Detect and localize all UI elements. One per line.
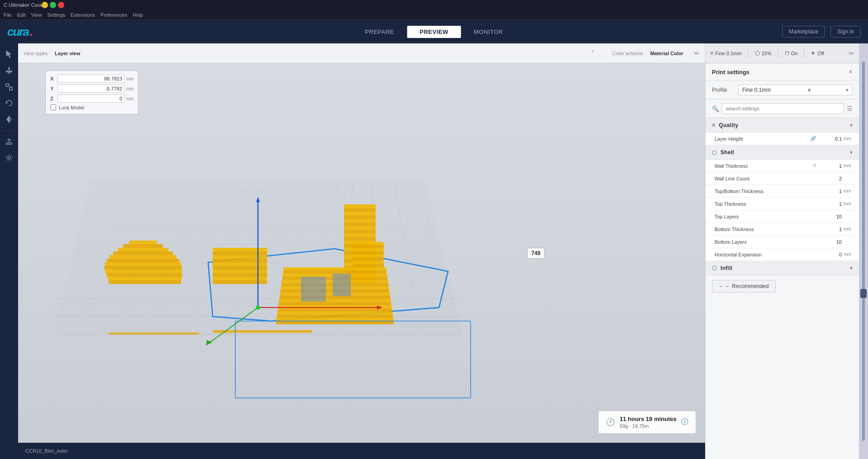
shell-chevron-icon[interactable]: ▾ bbox=[850, 149, 853, 156]
svg-rect-63 bbox=[344, 270, 376, 273]
svg-rect-41 bbox=[105, 270, 182, 273]
lock-model-checkbox[interactable] bbox=[50, 104, 56, 110]
tool-select[interactable] bbox=[2, 47, 16, 62]
svg-point-13 bbox=[8, 156, 10, 159]
svg-line-29 bbox=[217, 181, 312, 335]
tool-scale[interactable] bbox=[2, 80, 16, 94]
color-scheme-value[interactable]: Material Color bbox=[650, 51, 683, 56]
wall-thickness-reset-icon[interactable]: ↺ bbox=[812, 163, 816, 169]
nav-monitor[interactable]: MONITOR bbox=[461, 26, 516, 38]
adhesion-icon: ✦ bbox=[811, 50, 816, 57]
titlebar-controls bbox=[42, 2, 64, 8]
layer-height-link-icon[interactable]: 🔗 bbox=[810, 136, 816, 142]
stb-adhesion[interactable]: ✦ Off bbox=[811, 50, 824, 57]
svg-point-118 bbox=[256, 305, 260, 310]
svg-rect-55 bbox=[213, 262, 267, 266]
stb-infill[interactable]: ⬡ 15% bbox=[755, 50, 772, 57]
quality-section-header[interactable]: ≡ Quality ▾ bbox=[706, 118, 859, 132]
tool-mirror[interactable] bbox=[2, 112, 16, 127]
svg-marker-8 bbox=[9, 117, 11, 122]
marketplace-button[interactable]: Marketplace bbox=[782, 26, 825, 38]
coord-y-unit: mm bbox=[126, 86, 134, 91]
view-types-value[interactable]: Layer view bbox=[55, 51, 80, 56]
layer-height-row: Layer Height 🔗 0.1 mm bbox=[706, 132, 859, 145]
tool-settings[interactable] bbox=[2, 151, 16, 165]
viewport-canvas bbox=[18, 63, 705, 443]
top-layers-row: Top Layers 10 bbox=[706, 210, 859, 223]
layer-slider[interactable] bbox=[859, 43, 868, 459]
wall-line-count-row: Wall Line Count 2 bbox=[706, 172, 859, 185]
stb-support[interactable]: ⊓ On bbox=[785, 50, 798, 57]
recommended-button[interactable]: ← ← Recommended bbox=[712, 280, 776, 293]
svg-rect-38 bbox=[109, 280, 181, 284]
stb-infill-label: 15% bbox=[762, 51, 772, 56]
menu-preferences[interactable]: Preferences bbox=[100, 12, 127, 18]
infill-section-header[interactable]: ⬡ Infill ▾ bbox=[706, 261, 859, 275]
menu-settings[interactable]: Settings bbox=[47, 12, 65, 18]
status-filename: CCR10_Bloc_exter bbox=[25, 448, 68, 454]
maximize-button[interactable] bbox=[50, 2, 56, 8]
quality-section-title: Quality bbox=[719, 122, 846, 128]
profile-chevron-icon[interactable]: ▾ bbox=[846, 87, 849, 93]
shell-section-header[interactable]: ◻ Shell ▾ bbox=[706, 145, 859, 160]
quality-chevron-icon[interactable]: ▾ bbox=[850, 122, 853, 128]
tool-rotate[interactable] bbox=[2, 96, 16, 110]
signin-button[interactable]: Sign in bbox=[830, 26, 861, 38]
svg-rect-105 bbox=[353, 248, 384, 251]
search-menu-icon[interactable]: ☰ bbox=[847, 105, 853, 112]
menu-extensions[interactable]: Extensions bbox=[71, 12, 95, 18]
svg-rect-111 bbox=[109, 332, 199, 335]
svg-rect-49 bbox=[129, 241, 157, 244]
settings-edit-icon[interactable]: ✏ bbox=[849, 50, 854, 57]
menu-view[interactable]: View bbox=[31, 12, 42, 18]
svg-rect-44 bbox=[107, 259, 179, 262]
svg-rect-82 bbox=[276, 321, 394, 324]
menu-edit[interactable]: Edit bbox=[17, 12, 26, 18]
print-settings-title: Print settings bbox=[712, 69, 749, 76]
coord-z-input[interactable] bbox=[57, 95, 124, 103]
slider-thumb[interactable] bbox=[860, 289, 867, 298]
slider-track[interactable] bbox=[862, 62, 865, 441]
coord-y-input[interactable] bbox=[57, 85, 124, 93]
svg-rect-81 bbox=[344, 204, 376, 208]
print-settings-close[interactable]: × bbox=[849, 68, 853, 76]
tool-support[interactable] bbox=[2, 134, 16, 149]
search-input[interactable] bbox=[722, 103, 844, 114]
menu-help[interactable]: Help bbox=[133, 12, 143, 18]
right-panel: ≡ Fine 0.1mm ⬡ 15% ⊓ On ✦ Off ✏ bbox=[705, 43, 859, 459]
coord-x-input[interactable] bbox=[57, 75, 124, 83]
search-icon: 🔍 bbox=[712, 105, 719, 112]
svg-rect-46 bbox=[113, 251, 173, 255]
print-time-overlay: 🕐 11 hours 19 minutes 59g · 19.75m ⓘ bbox=[598, 411, 696, 434]
svg-rect-100 bbox=[353, 264, 384, 267]
3d-viewport[interactable]: X mm Y mm Z mm Lock Model bbox=[18, 63, 705, 443]
print-info-icon[interactable]: ⓘ bbox=[681, 417, 688, 427]
coord-y-label: Y bbox=[50, 86, 57, 91]
svg-rect-45 bbox=[110, 255, 176, 259]
nav-center: PREPARE PREVIEW MONITOR bbox=[353, 26, 516, 38]
nav-preview[interactable]: PREVIEW bbox=[407, 26, 461, 38]
stb-divider-3 bbox=[804, 49, 804, 58]
nav-prepare[interactable]: PREPARE bbox=[353, 26, 407, 38]
view-types-collapse[interactable]: ˂ bbox=[591, 50, 594, 57]
statusbar: CCR10_Bloc_exter bbox=[18, 443, 705, 459]
menu-file[interactable]: File bbox=[4, 12, 12, 18]
infill-section-icon: ⬡ bbox=[712, 265, 717, 271]
svg-line-116 bbox=[208, 308, 258, 344]
minimize-button[interactable] bbox=[42, 2, 48, 8]
viewport-edit-icon[interactable]: ✏ bbox=[694, 50, 700, 57]
layer-height-label: Layer Height bbox=[715, 136, 810, 142]
tool-move[interactable] bbox=[2, 63, 16, 78]
lock-model-label[interactable]: Lock Model bbox=[59, 105, 84, 110]
close-button[interactable] bbox=[58, 2, 64, 8]
svg-rect-39 bbox=[108, 277, 181, 280]
logo-text: cura bbox=[7, 25, 29, 39]
profile-select[interactable]: Fine 0.1mm ★ ▾ bbox=[738, 85, 853, 95]
svg-rect-72 bbox=[344, 237, 376, 241]
svg-rect-107 bbox=[353, 242, 384, 245]
infill-chevron-icon[interactable]: ▾ bbox=[850, 265, 853, 271]
profile-star-icon[interactable]: ★ bbox=[807, 87, 812, 93]
svg-rect-83 bbox=[276, 318, 394, 321]
stb-profile[interactable]: ≡ Fine 0.1mm bbox=[710, 50, 742, 57]
svg-rect-59 bbox=[213, 248, 267, 251]
